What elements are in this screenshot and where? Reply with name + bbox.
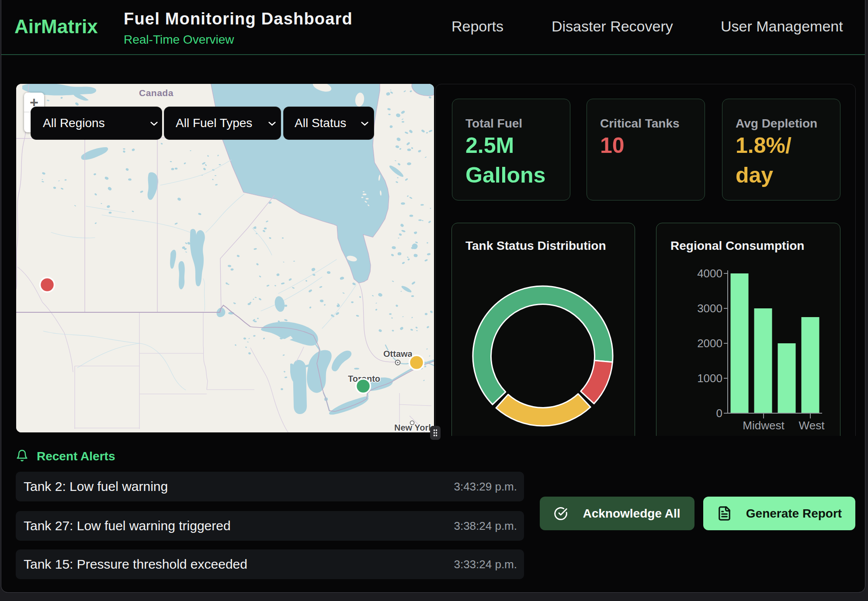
svg-text:West: West [799, 419, 825, 432]
svg-text:0: 0 [716, 407, 722, 420]
svg-text:Ottawa: Ottawa [383, 349, 413, 359]
svg-text:New York: New York [394, 423, 434, 432]
svg-text:2000: 2000 [697, 337, 722, 350]
svg-text:Canada: Canada [139, 88, 174, 98]
svg-text:3000: 3000 [697, 302, 722, 315]
svg-text:1000: 1000 [697, 372, 722, 385]
svg-text:4000: 4000 [697, 267, 722, 280]
svg-text:Midwest: Midwest [743, 419, 785, 432]
